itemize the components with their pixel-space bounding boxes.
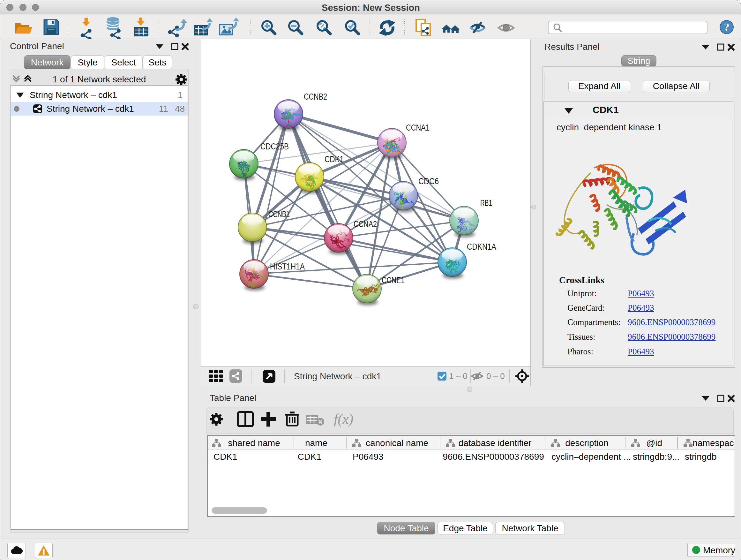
svg-text:CCNA1: CCNA1 [406, 123, 429, 132]
svg-text:HIST1H1A: HIST1H1A [270, 262, 305, 271]
svg-text:CDC6: CDC6 [418, 177, 439, 186]
svg-text:?: ? [724, 21, 730, 33]
svg-text:CCNB1: CCNB1 [268, 209, 290, 219]
svg-text:CDC25B: CDC25B [260, 142, 289, 151]
svg-text:CCNA2: CCNA2 [354, 219, 377, 229]
svg-text:0 – 0: 0 – 0 [486, 371, 505, 381]
svg-text:CCNE1: CCNE1 [382, 275, 405, 285]
svg-text:CCNB2: CCNB2 [304, 92, 327, 102]
svg-text:CDKN1A: CDKN1A [467, 242, 496, 252]
svg-text:CDK1: CDK1 [325, 154, 344, 164]
svg-text:RB1: RB1 [480, 198, 492, 208]
svg-text:f(x): f(x) [334, 411, 353, 427]
svg-text:String Network – cdk1: String Network – cdk1 [294, 371, 381, 381]
svg-text:1 – 0: 1 – 0 [449, 371, 468, 381]
